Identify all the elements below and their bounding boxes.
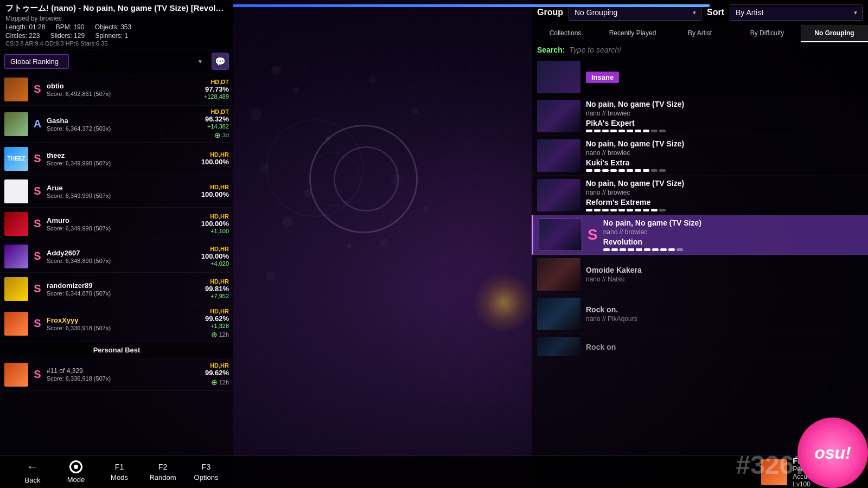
lb-mods-pb: HD,HR [205, 362, 229, 369]
rank-badge-pb: S [33, 368, 42, 381]
title-rockon2: Rock on [586, 343, 863, 351]
tab-by-difficulty[interactable]: By Difficulty [733, 25, 801, 42]
random-label: Random [149, 473, 176, 481]
up-arrow-gasha: ⊕ [214, 131, 221, 139]
leaderboard: S obtio Score: 6,492,861 (507x) HD,DT 97… [0, 73, 233, 488]
details-revolution: No pain, No game (TV Size) nano // browi… [603, 219, 863, 251]
title-omoide: Omoide Kakera [586, 266, 863, 274]
lb-pp-addy: +4,020 [201, 260, 229, 267]
song-item-revolution[interactable]: S No pain, No game (TV Size) nano // bro… [532, 215, 868, 255]
details-rockon1: Rock on. nano // PikAqours [586, 305, 863, 323]
lb-score-addy: Score: 6,348,890 (507x) [47, 258, 197, 264]
lb-info-obtio: obtio Score: 6,492,861 (507x) [47, 82, 200, 97]
sort-label: Sort [707, 8, 724, 17]
insane-info: Insane [586, 72, 619, 82]
options-button[interactable]: F3 Options [184, 463, 228, 481]
lb-mods-addy: HD,HR [201, 246, 229, 252]
lb-right-obtio: HD,DT 97.73% +128,489 [204, 79, 229, 100]
lb-entry-addy[interactable]: S Addy2607 Score: 6,348,890 (507x) HD,HR… [0, 240, 233, 273]
search-bar: Search: [532, 42, 868, 57]
lb-entry-amuro[interactable]: S Amuro Score: 6,349,990 (507x) HD,HR 10… [0, 208, 233, 240]
lb-info-frox: FroxXyyy Score: 6,336,918 (507x) [47, 316, 201, 331]
lb-info-theez: theez Score: 6,349,990 (507x) [47, 151, 197, 166]
lb-info-randomizer: randomizer89 Score: 6,344,870 (507x) [47, 281, 201, 297]
rank-badge-gasha: A [33, 118, 42, 130]
mode-icon [69, 460, 82, 473]
tab-by-artist[interactable]: By Artist [666, 25, 733, 42]
ranking-dropdown-wrapper: Global Ranking Country Ranking Friend Ra… [4, 54, 207, 69]
lb-acc-pb: 99.62% [205, 369, 229, 377]
lb-pp-amuro: +1,100 [201, 228, 229, 234]
lb-entry-randomizer[interactable]: S randomizer89 Score: 6,344,870 (507x) H… [0, 273, 233, 305]
lb-pp-randomizer: +7,952 [205, 293, 229, 299]
avatar-frox [4, 312, 28, 336]
lb-right-theez: HD,HR 100.00% [201, 151, 229, 166]
song-item-pika-expert[interactable]: No pain, No game (TV Size) nano // browi… [532, 97, 868, 136]
personal-best-header: Personal Best [0, 342, 233, 358]
diff-reforms-extreme: Reform's Extreme [586, 198, 863, 207]
lb-name-gasha: Gasha [47, 117, 201, 125]
lb-name-frox: FroxXyyy [47, 316, 201, 324]
ranking-dropdown[interactable]: Global Ranking Country Ranking Friend Ra… [4, 54, 69, 69]
mode-button[interactable]: Mode [54, 460, 98, 484]
up-arrow-pb: ⊕ [211, 378, 218, 387]
song-circles-sliders: Circles: 223 Sliders: 129 Spinners: 1 [5, 32, 228, 40]
lb-entry-gasha[interactable]: A Gasha Score: 6,364,372 (503x) HD,DT 96… [0, 106, 233, 143]
back-label: Back [25, 476, 41, 484]
lb-right-gasha: HD,DT 96.32% +14,382 ⊕ 3d [205, 108, 229, 139]
song-item-reforms-extreme[interactable]: No pain, No game (TV Size) nano // browi… [532, 176, 868, 215]
avatar-addy [4, 245, 28, 268]
spinners-count: Spinners: 1 [95, 32, 132, 40]
lb-entry-obtio[interactable]: S obtio Score: 6,492,861 (507x) HD,DT 97… [0, 73, 233, 106]
lb-right-frox: HD,HR 99.62% +1,328 ⊕ 12h [205, 308, 229, 339]
lb-entry-personal-best[interactable]: S #11 of 4,329 Score: 6,336,918 (507x) H… [0, 358, 233, 391]
group-label: Group [537, 8, 563, 17]
title-revolution: No pain, No game (TV Size) [603, 219, 863, 227]
dots-revolution [603, 248, 863, 251]
lb-name-theez: theez [47, 151, 197, 159]
lb-pp-obtio: +128,489 [204, 93, 229, 100]
artist-omoide: nano // Natsu [586, 275, 863, 283]
tab-recently-played[interactable]: Recently Played [599, 25, 666, 42]
search-label: Search: [537, 46, 565, 54]
song-stats: Length: 01:28 BPM: 190 Objects: 353 [5, 23, 228, 31]
artist-pika-expert: nano // browiec [586, 110, 863, 117]
song-item-kukis-extra[interactable]: No pain, No game (TV Size) nano // browi… [532, 136, 868, 176]
rank-badge-randomizer: S [33, 282, 42, 295]
chat-button[interactable]: 💬 [212, 53, 229, 70]
lb-right-addy: HD,HR 100.00% +4,020 [201, 246, 229, 267]
dots-kukis-extra [586, 169, 863, 172]
lb-acc-randomizer: 99.81% [205, 285, 229, 293]
search-input[interactable] [569, 46, 863, 54]
chat-icon: 💬 [215, 56, 226, 67]
tab-collections[interactable]: Collections [532, 25, 599, 42]
artist-revolution: nano // browiec [603, 228, 863, 236]
song-item-rockon1[interactable]: Rock on. nano // PikAqours [532, 294, 868, 334]
lb-acc-arue: 100.00% [201, 190, 229, 198]
lb-score-frox: Score: 6,336,918 (507x) [47, 325, 201, 331]
lb-right-pb: HD,HR 99.62% ⊕ 12h [205, 362, 229, 387]
artist-kukis-extra: nano // browiec [586, 149, 863, 157]
lb-entry-theez[interactable]: THEEZ S theez Score: 6,349,990 (507x) HD… [0, 143, 233, 175]
song-item-omoide[interactable]: Omoide Kakera nano // Natsu [532, 255, 868, 294]
lb-score-arue: Score: 6,349,990 (507x) [47, 192, 197, 199]
mods-button[interactable]: F1 Mods [98, 463, 141, 481]
song-length: Length: 01:28 [5, 23, 49, 31]
f2-label: F2 [158, 463, 167, 471]
lb-entry-arue[interactable]: S Arue Score: 6,349,990 (507x) HD,HR 100… [0, 175, 233, 208]
random-button[interactable]: F2 Random [141, 463, 184, 481]
left-panel: フトゥーム! (nano) - No pain, No game (TV Siz… [0, 0, 233, 488]
lb-info-amuro: Amuro Score: 6,349,990 (507x) [47, 216, 197, 232]
lb-info-pb: #11 of 4,329 Score: 6,336,918 (507x) [47, 367, 201, 382]
back-button[interactable]: ← Back [11, 460, 54, 484]
details-kukis-extra: No pain, No game (TV Size) nano // browi… [586, 139, 863, 172]
lb-entry-frox[interactable]: S FroxXyyy Score: 6,336,918 (507x) HD,HR… [0, 305, 233, 342]
f3-label: F3 [202, 463, 210, 471]
diff-pika-expert: PikA's Expert [586, 119, 863, 127]
tab-no-grouping[interactable]: No Grouping [801, 25, 868, 42]
rank-badge-obtio: S [33, 83, 42, 95]
song-item-rockon2[interactable]: Rock on [532, 334, 868, 360]
lb-score-theez: Score: 6,349,990 (507x) [47, 160, 197, 166]
thumb-omoide [537, 258, 580, 291]
lb-acc-gasha: 96.32% [205, 115, 229, 123]
